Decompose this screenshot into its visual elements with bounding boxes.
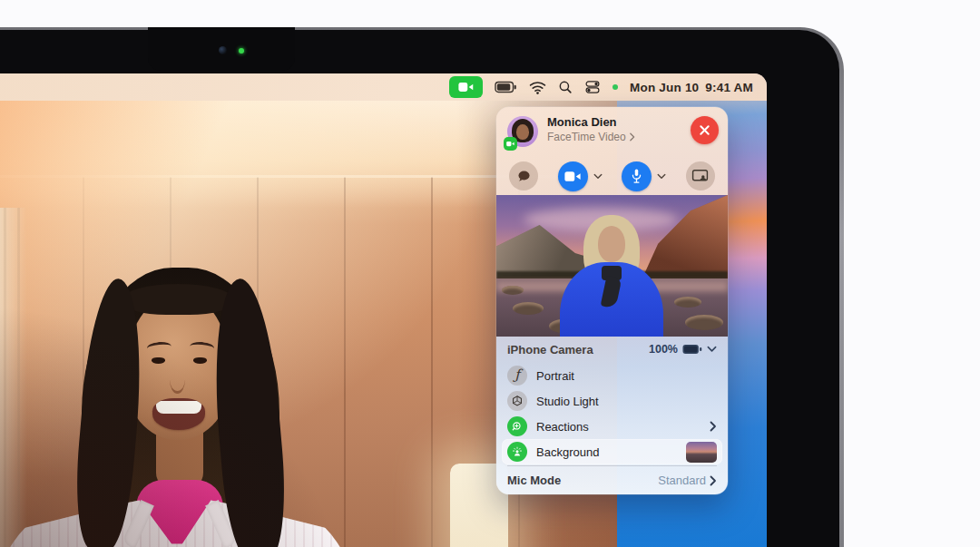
chevron-down-icon[interactable]	[593, 173, 603, 180]
background-person-icon	[507, 442, 527, 462]
effect-row-studio-light[interactable]: Studio Light	[502, 388, 722, 414]
screen-share-icon	[691, 169, 709, 183]
contact-name: Monica Dien	[547, 115, 617, 129]
call-type-link[interactable]: FaceTime Video	[547, 131, 635, 143]
close-icon	[699, 124, 710, 136]
camera-preview	[496, 195, 728, 337]
display-bezel: Mon Jun 10 9:41 AM Monica Dien	[0, 30, 839, 547]
chevron-right-icon	[710, 475, 717, 486]
preview-self-scarf	[602, 266, 622, 280]
end-call-button[interactable]	[691, 116, 719, 144]
background-thumbnail	[686, 442, 717, 463]
menu-bar-clock[interactable]: Mon Jun 10 9:41 AM	[630, 81, 753, 94]
effect-row-reactions[interactable]: Reactions	[502, 414, 722, 439]
search-icon[interactable]	[558, 80, 573, 94]
battery-icon[interactable]	[495, 80, 517, 95]
effect-row-portrait[interactable]: ƒ Portrait	[502, 363, 722, 388]
video-control-group	[558, 161, 603, 191]
microphone-icon	[631, 168, 642, 184]
video-menu-extra[interactable]	[449, 76, 483, 98]
preview-rock	[674, 297, 701, 308]
camera-toggle-button[interactable]	[558, 161, 588, 191]
control-center-icon[interactable]	[584, 80, 601, 94]
portrait-f-icon: ƒ	[507, 366, 527, 386]
macbook-chassis: Mon Jun 10 9:41 AM Monica Dien	[0, 27, 844, 547]
chevron-down-icon[interactable]	[707, 346, 717, 353]
video-camera-icon	[458, 82, 474, 93]
studio-light-cube-icon	[507, 391, 527, 411]
preview-rock	[502, 286, 524, 295]
mic-mode-row[interactable]: Mic Mode Standard	[496, 466, 728, 494]
camera-active-light	[239, 48, 244, 54]
chevron-right-icon	[710, 421, 717, 432]
effect-label: Background	[536, 445, 677, 459]
facetime-badge-icon	[504, 137, 517, 151]
battery-percent: 100%	[649, 343, 678, 356]
wifi-icon[interactable]	[529, 81, 546, 94]
preview-rock	[513, 302, 544, 315]
mic-control-group	[622, 161, 666, 191]
effect-row-background[interactable]: Background	[502, 439, 722, 464]
chevron-down-icon[interactable]	[657, 173, 666, 180]
call-controls	[496, 157, 728, 195]
status-items: Mon Jun 10 9:41 AM	[449, 73, 753, 101]
video-menu-popover: Monica Dien FaceTime Video	[496, 107, 728, 494]
recording-indicator-dot	[612, 84, 618, 90]
messages-button[interactable]	[509, 161, 538, 190]
camera-source-status: 100%	[649, 343, 717, 356]
call-type-label: FaceTime Video	[547, 131, 626, 143]
display-notch	[148, 27, 295, 71]
video-camera-icon	[564, 171, 581, 182]
preview-rock	[685, 315, 723, 330]
battery-full-icon	[682, 344, 702, 355]
call-header: Monica Dien FaceTime Video	[496, 107, 728, 157]
camera-source-label: iPhone Camera	[507, 343, 593, 357]
reactions-icon	[507, 416, 527, 436]
chevron-right-icon	[629, 132, 635, 142]
effect-label: Portrait	[536, 369, 717, 383]
menu-bar-date: Mon Jun 10	[630, 81, 699, 94]
avatar-face	[516, 124, 529, 140]
camera-source-row[interactable]: iPhone Camera 100%	[496, 337, 728, 362]
mic-mode-label: Mic Mode	[507, 474, 561, 487]
webcam-lens	[219, 46, 227, 54]
effect-label: Studio Light	[536, 395, 717, 408]
effects-list: ƒ Portrait Studio Light	[502, 363, 722, 464]
menu-bar-time: 9:41 AM	[705, 81, 753, 94]
desktop-screen: Mon Jun 10 9:41 AM Monica Dien	[0, 73, 767, 547]
screen-share-button[interactable]	[686, 161, 715, 190]
preview-self-face	[598, 226, 625, 262]
mic-mode-value-group: Standard	[658, 474, 717, 487]
effect-label: Reactions	[536, 420, 701, 434]
mic-mode-value: Standard	[658, 474, 706, 487]
chat-bubble-icon	[516, 170, 532, 183]
mic-toggle-button[interactable]	[622, 161, 652, 191]
menu-bar: Mon Jun 10 9:41 AM	[0, 73, 767, 101]
